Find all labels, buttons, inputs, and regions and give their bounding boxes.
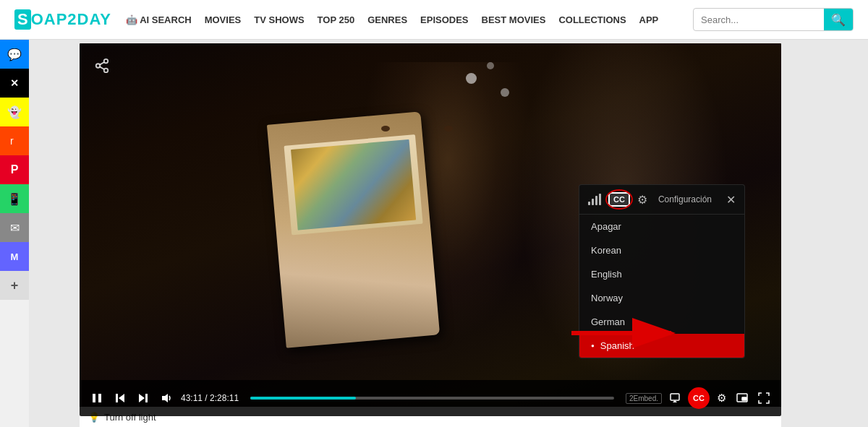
svg-rect-17 (742, 397, 746, 400)
video-controls-bar: 43:11 / 2:28:11 2Embed. CC ⚙ (80, 380, 781, 416)
nav-genres[interactable]: GENRES (367, 14, 407, 25)
nav-collections[interactable]: COLLECTIONS (558, 14, 626, 25)
right-controls: 2Embed. CC ⚙ (626, 387, 773, 409)
book-image (291, 139, 415, 230)
svg-rect-7 (93, 394, 95, 402)
skip-forward-button[interactable] (135, 389, 152, 407)
time-current: 43:11 (181, 393, 203, 403)
social-x[interactable]: ✕ (0, 69, 29, 98)
volume-button[interactable] (158, 389, 175, 407)
logo-text: OAP2DAY (31, 10, 111, 29)
social-add[interactable]: + (0, 271, 29, 300)
time-total: 2:28:11 (210, 393, 239, 403)
time-display: 43:11 / 2:28:11 (181, 393, 239, 403)
eye-left (381, 126, 390, 131)
svg-marker-13 (162, 394, 168, 402)
book-page (284, 134, 422, 235)
nav-episodes[interactable]: EPISODES (420, 14, 468, 25)
share-button[interactable] (90, 54, 114, 77)
cc-button[interactable]: CC (688, 387, 710, 409)
cc-item-english[interactable]: English (579, 262, 744, 286)
svg-line-6 (100, 62, 104, 65)
signal-bar-3 (595, 196, 597, 205)
cc-item-apagar[interactable]: Apagar (579, 215, 744, 238)
skip-back-button[interactable] (111, 389, 129, 407)
video-player: CC ⚙ Configuración ✕ Apagar Korean Engli… (80, 43, 781, 416)
social-sidebar: 💬 ✕ 👻 r P 📱 ✉ M + (0, 40, 29, 300)
signal-bar-1 (588, 202, 590, 205)
cc-item-german[interactable]: German (579, 310, 744, 334)
nav-ai-search[interactable]: 🤖 AI SEARCH (126, 14, 192, 25)
pip-button[interactable] (733, 389, 751, 407)
config-link[interactable]: Configuración (658, 194, 712, 204)
progress-bar[interactable] (250, 397, 614, 400)
flower1 (466, 73, 477, 84)
svg-rect-10 (116, 394, 118, 402)
svg-point-3 (96, 64, 101, 68)
main-nav: 🤖 AI SEARCH MOVIES TV SHOWS TOP 250 GENR… (126, 14, 693, 25)
progress-fill (250, 397, 356, 400)
eye-right (444, 126, 453, 131)
nav-app[interactable]: APP (639, 14, 659, 25)
logo[interactable]: SOAP2DAY (14, 9, 111, 30)
svg-point-2 (104, 59, 109, 64)
svg-point-4 (104, 69, 109, 73)
logo-s-letter: S (14, 9, 31, 30)
social-email[interactable]: ✉ (0, 213, 29, 242)
flower2 (501, 88, 509, 97)
social-whatsapp[interactable]: 📱 (0, 184, 29, 213)
social-pinterest[interactable]: P (0, 155, 29, 184)
settings-icon[interactable]: ⚙ (637, 193, 647, 207)
search-bar: 🔍 (693, 8, 854, 31)
cc-menu-right: Configuración ✕ (658, 193, 736, 207)
brand-badge: 2Embed. (626, 393, 662, 404)
cc-item-korean[interactable]: Korean (579, 238, 744, 262)
signal-bar-2 (592, 199, 594, 205)
svg-marker-11 (139, 394, 145, 402)
svg-rect-14 (671, 394, 679, 400)
social-mastodon[interactable]: M (0, 242, 29, 271)
signal-icon (588, 194, 601, 205)
cc-item-spanish[interactable]: Spanish (579, 334, 744, 358)
svg-rect-12 (145, 394, 148, 402)
svg-marker-9 (119, 394, 124, 402)
svg-line-5 (100, 66, 104, 69)
search-button[interactable]: 🔍 (824, 8, 853, 31)
signal-bar-4 (599, 194, 601, 205)
header: SOAP2DAY 🤖 AI SEARCH MOVIES TV SHOWS TOP… (0, 0, 868, 40)
search-input[interactable] (694, 14, 824, 25)
social-messenger[interactable]: 💬 (0, 40, 29, 69)
airplay-button[interactable] (666, 389, 684, 407)
book-prop (267, 111, 441, 348)
nav-top250[interactable]: TOP 250 (318, 14, 355, 25)
nav-best-movies[interactable]: BEST MOVIES (482, 14, 546, 25)
flower3 (487, 62, 494, 69)
cc-subtitle-menu: CC ⚙ Configuración ✕ Apagar Korean Engli… (579, 184, 745, 358)
settings-button[interactable]: ⚙ (714, 389, 729, 407)
cc-active-icon[interactable]: CC (608, 192, 630, 207)
nav-tv-shows[interactable]: TV SHOWS (254, 14, 304, 25)
svg-text:r: r (10, 135, 14, 147)
time-separator: / (203, 393, 210, 403)
cc-item-norway[interactable]: Norway (579, 286, 744, 310)
svg-rect-8 (98, 394, 101, 402)
cc-close-button[interactable]: ✕ (726, 193, 736, 207)
fullscreen-button[interactable] (755, 389, 773, 407)
social-reddit[interactable]: r (0, 126, 29, 155)
social-snapchat[interactable]: 👻 (0, 98, 29, 126)
cc-active-wrapper: CC (608, 192, 630, 207)
cc-menu-header: CC ⚙ Configuración ✕ (579, 185, 744, 215)
main-content: CC ⚙ Configuración ✕ Apagar Korean Engli… (29, 40, 868, 427)
cc-menu-icons: CC ⚙ (588, 192, 647, 207)
nav-movies[interactable]: MOVIES (205, 14, 242, 25)
pause-button[interactable] (88, 389, 106, 407)
